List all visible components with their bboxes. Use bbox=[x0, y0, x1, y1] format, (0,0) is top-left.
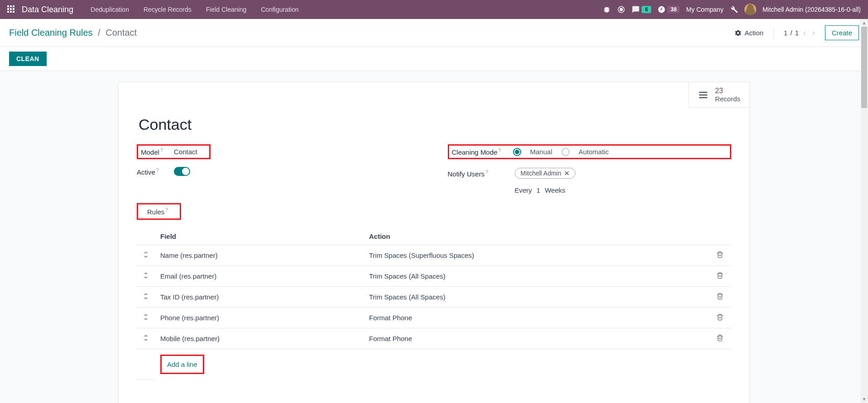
clean-button[interactable]: CLEAN bbox=[9, 52, 47, 66]
rule-field[interactable]: Tax ID (res.partner) bbox=[155, 287, 364, 308]
table-row[interactable]: Phone (res.partner)Format Phone bbox=[137, 308, 731, 328]
trash-icon[interactable] bbox=[716, 336, 724, 343]
nav-deduplication[interactable]: Deduplication bbox=[84, 6, 135, 13]
bug-icon[interactable] bbox=[603, 5, 611, 14]
pager-separator bbox=[773, 27, 774, 39]
col-delete bbox=[709, 228, 731, 245]
drag-handle-icon[interactable] bbox=[143, 272, 149, 280]
radio-manual-label[interactable]: Manual bbox=[530, 148, 552, 156]
records-count: 23 bbox=[715, 87, 740, 95]
breadcrumb: Field Cleaning Rules / Contact bbox=[9, 28, 137, 38]
scroll-thumb[interactable] bbox=[861, 27, 867, 108]
highlight-add-line: Add a line bbox=[160, 355, 204, 374]
trash-icon[interactable] bbox=[716, 315, 724, 322]
navbar-right: 6 38 My Company Mitchell Admin (20264385… bbox=[603, 4, 861, 15]
col-action[interactable]: Action bbox=[364, 228, 709, 245]
table-row[interactable]: Tax ID (res.partner)Trim Spaces (All Spa… bbox=[137, 287, 731, 308]
rule-action[interactable]: Trim Spaces (All Spaces) bbox=[364, 287, 709, 308]
records-stat-button[interactable]: 23 Records bbox=[688, 82, 750, 108]
scrollbar[interactable]: ▲ ▼ bbox=[860, 19, 868, 403]
svg-marker-8 bbox=[144, 298, 148, 299]
pager-next-icon[interactable]: › bbox=[810, 28, 817, 38]
svg-marker-10 bbox=[144, 318, 148, 320]
rule-field[interactable]: Email (res.partner) bbox=[155, 266, 364, 287]
company-name[interactable]: My Company bbox=[686, 6, 723, 13]
create-button[interactable]: Create bbox=[825, 25, 859, 40]
record-title: Contact bbox=[139, 116, 731, 133]
add-line-button[interactable]: Add a line bbox=[163, 357, 202, 372]
model-label: Model? bbox=[141, 147, 163, 156]
top-navbar: Data Cleaning Deduplication Recycle Reco… bbox=[0, 0, 868, 19]
breadcrumb-current: Contact bbox=[106, 28, 137, 38]
rule-field[interactable]: Mobile (res.partner) bbox=[155, 328, 364, 349]
control-panel-right: Action 1 / 1 ‹ › Create bbox=[734, 25, 859, 40]
every-unit[interactable]: Weeks bbox=[545, 186, 566, 194]
form-sheet: 23 Records Contact Model? Contact Active… bbox=[118, 82, 750, 403]
radio-manual[interactable] bbox=[513, 148, 521, 156]
activities-indicator[interactable]: 38 bbox=[657, 5, 680, 14]
svg-marker-7 bbox=[144, 293, 148, 295]
radio-automatic[interactable] bbox=[561, 148, 570, 156]
messages-icon bbox=[632, 5, 640, 14]
rules-tab[interactable]: Rules? bbox=[144, 205, 174, 218]
list-icon bbox=[698, 90, 709, 100]
svg-marker-11 bbox=[144, 335, 148, 337]
app-brand[interactable]: Data Cleaning bbox=[22, 5, 73, 14]
rule-action[interactable]: Format Phone bbox=[364, 308, 709, 328]
pager-total: 1 bbox=[795, 29, 799, 37]
drag-handle-icon[interactable] bbox=[143, 335, 149, 342]
scroll-down-icon[interactable]: ▼ bbox=[860, 395, 868, 403]
svg-marker-5 bbox=[144, 272, 148, 274]
rule-action[interactable]: Format Phone bbox=[364, 328, 709, 349]
trash-icon[interactable] bbox=[716, 294, 724, 302]
notify-user-tag[interactable]: Mitchell Admin ✕ bbox=[515, 168, 575, 179]
active-toggle[interactable] bbox=[174, 167, 190, 176]
drag-handle-icon[interactable] bbox=[143, 314, 149, 322]
highlight-rules-tab: Rules? bbox=[137, 203, 181, 220]
status-bar: CLEAN bbox=[0, 47, 868, 71]
cleaning-mode-radio-group: Manual Automatic bbox=[513, 148, 609, 156]
clock-icon bbox=[657, 5, 666, 14]
tag-remove-icon[interactable]: ✕ bbox=[564, 170, 570, 177]
nav-configuration[interactable]: Configuration bbox=[254, 6, 305, 13]
rule-action[interactable]: Trim Spaces (Superfluous Spaces) bbox=[364, 245, 709, 266]
activities-badge: 38 bbox=[667, 6, 680, 13]
trash-icon[interactable] bbox=[716, 252, 724, 260]
drag-handle-icon[interactable] bbox=[143, 293, 149, 301]
messages-indicator[interactable]: 6 bbox=[632, 5, 651, 14]
support-icon[interactable] bbox=[617, 5, 625, 14]
control-panel: Field Cleaning Rules / Contact Action 1 … bbox=[0, 19, 868, 47]
messages-badge: 6 bbox=[642, 6, 651, 13]
svg-marker-9 bbox=[144, 314, 148, 316]
rules-section: Rules? Field Action Name (res.partner)Tr… bbox=[137, 203, 731, 380]
apps-icon[interactable] bbox=[7, 5, 15, 14]
every-value[interactable]: 1 bbox=[537, 186, 540, 194]
trash-icon[interactable] bbox=[716, 273, 724, 281]
table-row[interactable]: Name (res.partner)Trim Spaces (Superfluo… bbox=[137, 245, 731, 266]
navbar-left: Data Cleaning Deduplication Recycle Reco… bbox=[7, 5, 305, 14]
cleaning-mode-label: Cleaning Mode? bbox=[452, 147, 501, 156]
nav-field-cleaning[interactable]: Field Cleaning bbox=[200, 6, 253, 13]
scroll-up-icon[interactable]: ▲ bbox=[860, 19, 868, 27]
gear-icon bbox=[734, 29, 742, 37]
rule-field[interactable]: Phone (res.partner) bbox=[155, 308, 364, 328]
table-row[interactable]: Email (res.partner)Trim Spaces (All Spac… bbox=[137, 266, 731, 287]
user-name[interactable]: Mitchell Admin (20264385-16-0-all) bbox=[762, 6, 861, 13]
col-drag bbox=[137, 228, 155, 245]
pager-prev-icon[interactable]: ‹ bbox=[801, 28, 808, 38]
nav-recycle-records[interactable]: Recycle Records bbox=[137, 6, 198, 13]
rule-action[interactable]: Trim Spaces (All Spaces) bbox=[364, 266, 709, 287]
tools-icon[interactable] bbox=[730, 5, 738, 14]
svg-marker-4 bbox=[144, 256, 148, 258]
breadcrumb-parent[interactable]: Field Cleaning Rules bbox=[9, 28, 93, 38]
model-value[interactable]: Contact bbox=[174, 148, 197, 156]
drag-handle-icon[interactable] bbox=[143, 251, 149, 259]
radio-automatic-label[interactable]: Automatic bbox=[579, 148, 609, 156]
action-dropdown[interactable]: Action bbox=[734, 29, 763, 37]
avatar[interactable] bbox=[744, 4, 756, 15]
form-scroll[interactable]: 23 Records Contact Model? Contact Active… bbox=[0, 71, 868, 403]
rule-field[interactable]: Name (res.partner) bbox=[155, 245, 364, 266]
svg-marker-12 bbox=[144, 339, 148, 341]
col-field[interactable]: Field bbox=[155, 228, 364, 245]
table-row[interactable]: Mobile (res.partner)Format Phone bbox=[137, 328, 731, 349]
